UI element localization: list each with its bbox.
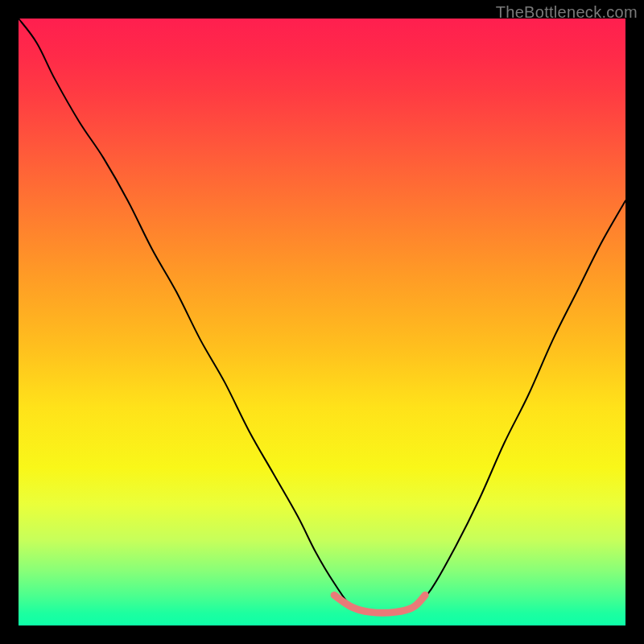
chart-stage: TheBottleneck.com xyxy=(0,0,644,644)
bottleneck-curve xyxy=(19,19,625,614)
curves-svg xyxy=(19,19,625,625)
plot-area xyxy=(19,19,625,625)
bottom-highlight-segment xyxy=(334,595,425,613)
